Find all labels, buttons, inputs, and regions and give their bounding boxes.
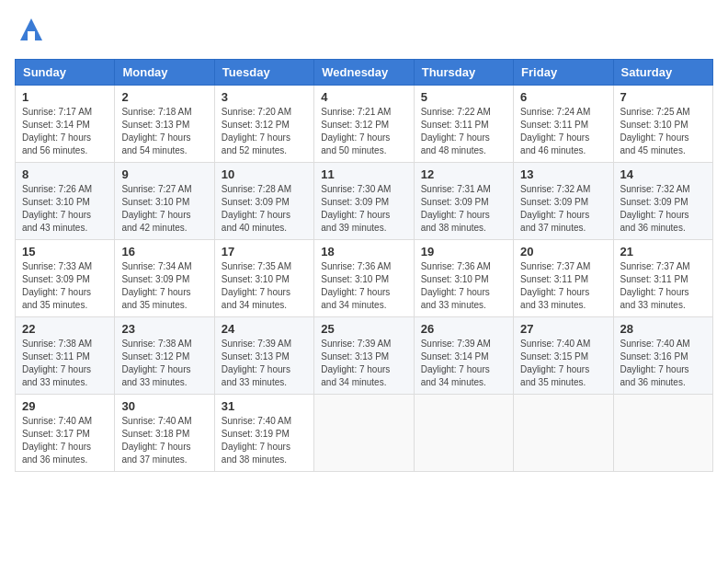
calendar-day-cell: 14 Sunrise: 7:32 AM Sunset: 3:09 PM Dayl…	[613, 163, 712, 240]
day-info: Sunrise: 7:31 AM Sunset: 3:09 PM Dayligh…	[421, 184, 491, 233]
calendar-day-cell: 12 Sunrise: 7:31 AM Sunset: 3:09 PM Dayl…	[414, 163, 513, 240]
calendar-day-cell: 3 Sunrise: 7:20 AM Sunset: 3:12 PM Dayli…	[214, 86, 313, 163]
day-info: Sunrise: 7:28 AM Sunset: 3:09 PM Dayligh…	[222, 184, 291, 233]
calendar-day-cell: 7 Sunrise: 7:25 AM Sunset: 3:10 PM Dayli…	[613, 86, 712, 163]
day-number: 13	[520, 167, 606, 181]
day-number: 20	[520, 245, 606, 259]
day-info: Sunrise: 7:38 AM Sunset: 3:11 PM Dayligh…	[22, 339, 92, 387]
day-number: 6	[520, 90, 606, 104]
calendar-day-cell: 2 Sunrise: 7:18 AM Sunset: 3:13 PM Dayli…	[115, 86, 214, 163]
day-number: 14	[620, 167, 706, 181]
day-info: Sunrise: 7:40 AM Sunset: 3:17 PM Dayligh…	[22, 416, 92, 465]
calendar-day-cell: 18 Sunrise: 7:36 AM Sunset: 3:10 PM Dayl…	[314, 240, 414, 317]
calendar-day-cell: 30 Sunrise: 7:40 AM Sunset: 3:18 PM Dayl…	[115, 395, 214, 472]
day-number: 19	[421, 245, 506, 259]
day-number: 4	[321, 90, 406, 104]
day-number: 9	[121, 167, 207, 181]
day-info: Sunrise: 7:25 AM Sunset: 3:10 PM Dayligh…	[620, 107, 690, 155]
calendar-week-row: 1 Sunrise: 7:17 AM Sunset: 3:14 PM Dayli…	[16, 86, 713, 163]
day-of-week-header: Saturday	[613, 60, 712, 86]
day-number: 29	[22, 399, 108, 413]
calendar-day-cell: 13 Sunrise: 7:32 AM Sunset: 3:09 PM Dayl…	[514, 163, 613, 240]
day-info: Sunrise: 7:21 AM Sunset: 3:12 PM Dayligh…	[321, 107, 391, 155]
day-number: 25	[321, 322, 406, 336]
calendar-day-cell: 17 Sunrise: 7:35 AM Sunset: 3:10 PM Dayl…	[214, 240, 313, 317]
day-info: Sunrise: 7:37 AM Sunset: 3:11 PM Dayligh…	[520, 261, 590, 310]
day-info: Sunrise: 7:20 AM Sunset: 3:12 PM Dayligh…	[222, 107, 291, 155]
day-number: 31	[222, 399, 307, 413]
day-of-week-header: Monday	[115, 60, 214, 86]
calendar-day-cell: 15 Sunrise: 7:33 AM Sunset: 3:09 PM Dayl…	[16, 240, 115, 317]
day-info: Sunrise: 7:22 AM Sunset: 3:11 PM Dayligh…	[421, 107, 491, 155]
calendar-day-cell: 10 Sunrise: 7:28 AM Sunset: 3:09 PM Dayl…	[214, 163, 313, 240]
day-number: 17	[222, 245, 307, 259]
calendar-day-cell: 29 Sunrise: 7:40 AM Sunset: 3:17 PM Dayl…	[16, 395, 115, 472]
day-info: Sunrise: 7:24 AM Sunset: 3:11 PM Dayligh…	[520, 107, 590, 155]
calendar-day-cell	[314, 395, 414, 472]
calendar-day-cell: 4 Sunrise: 7:21 AM Sunset: 3:12 PM Dayli…	[314, 86, 414, 163]
calendar-day-cell: 20 Sunrise: 7:37 AM Sunset: 3:11 PM Dayl…	[514, 240, 613, 317]
day-number: 30	[121, 399, 207, 413]
calendar-day-cell: 6 Sunrise: 7:24 AM Sunset: 3:11 PM Dayli…	[514, 86, 613, 163]
logo-icon	[15, 15, 48, 48]
day-info: Sunrise: 7:39 AM Sunset: 3:13 PM Dayligh…	[321, 339, 391, 387]
calendar-day-cell: 24 Sunrise: 7:39 AM Sunset: 3:13 PM Dayl…	[214, 317, 313, 395]
calendar-header-row: SundayMondayTuesdayWednesdayThursdayFrid…	[16, 60, 713, 86]
day-info: Sunrise: 7:27 AM Sunset: 3:10 PM Dayligh…	[121, 184, 191, 233]
calendar-day-cell: 8 Sunrise: 7:26 AM Sunset: 3:10 PM Dayli…	[16, 163, 115, 240]
day-number: 23	[121, 322, 207, 336]
day-info: Sunrise: 7:40 AM Sunset: 3:18 PM Dayligh…	[121, 416, 191, 465]
calendar-day-cell: 28 Sunrise: 7:40 AM Sunset: 3:16 PM Dayl…	[613, 317, 712, 395]
day-info: Sunrise: 7:36 AM Sunset: 3:10 PM Dayligh…	[421, 261, 491, 310]
day-number: 12	[421, 167, 506, 181]
day-number: 21	[620, 245, 706, 259]
day-number: 2	[121, 90, 207, 104]
calendar-day-cell	[414, 395, 513, 472]
day-number: 18	[321, 245, 406, 259]
day-info: Sunrise: 7:39 AM Sunset: 3:13 PM Dayligh…	[222, 339, 291, 387]
calendar-day-cell: 5 Sunrise: 7:22 AM Sunset: 3:11 PM Dayli…	[414, 86, 513, 163]
day-info: Sunrise: 7:35 AM Sunset: 3:10 PM Dayligh…	[222, 261, 291, 310]
page-header	[15, 15, 713, 48]
day-number: 28	[620, 322, 706, 336]
calendar-day-cell: 1 Sunrise: 7:17 AM Sunset: 3:14 PM Dayli…	[16, 86, 115, 163]
day-number: 3	[222, 90, 307, 104]
calendar-day-cell: 21 Sunrise: 7:37 AM Sunset: 3:11 PM Dayl…	[613, 240, 712, 317]
day-of-week-header: Thursday	[414, 60, 513, 86]
day-info: Sunrise: 7:38 AM Sunset: 3:12 PM Dayligh…	[121, 339, 191, 387]
calendar-day-cell: 26 Sunrise: 7:39 AM Sunset: 3:14 PM Dayl…	[414, 317, 513, 395]
calendar-day-cell: 11 Sunrise: 7:30 AM Sunset: 3:09 PM Dayl…	[314, 163, 414, 240]
day-of-week-header: Sunday	[16, 60, 115, 86]
day-number: 1	[22, 90, 108, 104]
calendar-day-cell: 16 Sunrise: 7:34 AM Sunset: 3:09 PM Dayl…	[115, 240, 214, 317]
calendar-day-cell	[613, 395, 712, 472]
day-info: Sunrise: 7:37 AM Sunset: 3:11 PM Dayligh…	[620, 261, 690, 310]
day-info: Sunrise: 7:40 AM Sunset: 3:16 PM Dayligh…	[620, 339, 690, 387]
day-info: Sunrise: 7:26 AM Sunset: 3:10 PM Dayligh…	[22, 184, 92, 233]
day-number: 27	[520, 322, 606, 336]
day-number: 5	[421, 90, 506, 104]
svg-rect-2	[28, 31, 35, 40]
day-info: Sunrise: 7:40 AM Sunset: 3:15 PM Dayligh…	[520, 339, 590, 387]
calendar-table: SundayMondayTuesdayWednesdayThursdayFrid…	[15, 59, 713, 472]
day-number: 24	[222, 322, 307, 336]
day-of-week-header: Wednesday	[314, 60, 414, 86]
day-number: 26	[421, 322, 506, 336]
calendar-day-cell: 31 Sunrise: 7:40 AM Sunset: 3:19 PM Dayl…	[214, 395, 313, 472]
calendar-week-row: 8 Sunrise: 7:26 AM Sunset: 3:10 PM Dayli…	[16, 163, 713, 240]
calendar-day-cell: 25 Sunrise: 7:39 AM Sunset: 3:13 PM Dayl…	[314, 317, 414, 395]
day-info: Sunrise: 7:39 AM Sunset: 3:14 PM Dayligh…	[421, 339, 491, 387]
day-number: 22	[22, 322, 108, 336]
day-info: Sunrise: 7:33 AM Sunset: 3:09 PM Dayligh…	[22, 261, 92, 310]
day-number: 11	[321, 167, 406, 181]
calendar-day-cell: 19 Sunrise: 7:36 AM Sunset: 3:10 PM Dayl…	[414, 240, 513, 317]
calendar-week-row: 22 Sunrise: 7:38 AM Sunset: 3:11 PM Dayl…	[16, 317, 713, 395]
calendar-day-cell: 9 Sunrise: 7:27 AM Sunset: 3:10 PM Dayli…	[115, 163, 214, 240]
day-info: Sunrise: 7:36 AM Sunset: 3:10 PM Dayligh…	[321, 261, 391, 310]
day-number: 10	[222, 167, 307, 181]
day-number: 16	[121, 245, 207, 259]
day-number: 8	[22, 167, 108, 181]
day-of-week-header: Tuesday	[214, 60, 313, 86]
day-info: Sunrise: 7:34 AM Sunset: 3:09 PM Dayligh…	[121, 261, 191, 310]
day-info: Sunrise: 7:32 AM Sunset: 3:09 PM Dayligh…	[620, 184, 690, 233]
